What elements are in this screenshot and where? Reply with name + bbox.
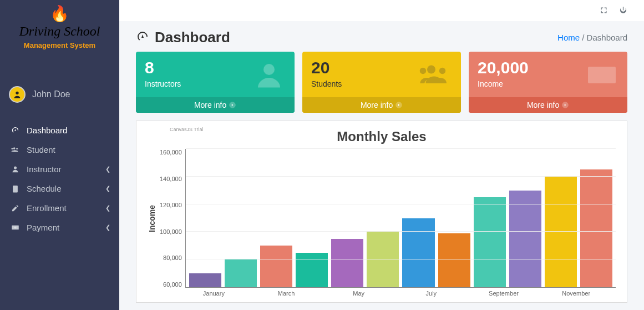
xtick: November <box>540 290 612 297</box>
gauge-icon <box>9 126 21 134</box>
arrow-right-circle-icon <box>395 101 403 109</box>
breadcrumb-home[interactable]: Home <box>557 33 580 42</box>
sidebar-item-label: Enrollment <box>27 203 67 213</box>
sidebar-item-schedule[interactable]: Schedule❮ <box>0 179 119 198</box>
bar-november[interactable] <box>545 177 577 287</box>
users-icon <box>9 146 21 154</box>
bar-july[interactable] <box>402 218 434 288</box>
bar-may[interactable] <box>331 239 363 287</box>
ytick: 60,000 <box>160 281 182 288</box>
logo-image: 🔥 <box>50 4 69 23</box>
gauge-icon <box>136 30 149 46</box>
chart-plot <box>185 149 616 288</box>
power-button[interactable] <box>619 6 627 16</box>
xtick: July <box>395 290 468 297</box>
xtick: September <box>468 290 540 297</box>
sidebar-item-dashboard[interactable]: Dashboard <box>0 121 119 140</box>
svg-point-6 <box>14 227 16 229</box>
svg-point-3 <box>11 148 13 149</box>
page-header: Dashboard Home / Dashboard <box>119 21 644 52</box>
more-info-button[interactable]: More info <box>302 97 461 113</box>
brand-subtitle: Management System <box>6 41 114 49</box>
svg-point-9 <box>427 66 435 74</box>
brand-logo: 🔥 Driving School Management System <box>0 0 119 56</box>
breadcrumb: Home / Dashboard <box>557 33 627 42</box>
xtick: March <box>250 290 323 297</box>
more-info-button[interactable]: More info <box>469 97 627 113</box>
chevron-left-icon: ❮ <box>105 204 110 212</box>
nav-menu: DashboardStudentInstructor❮Schedule❮Enro… <box>0 121 119 237</box>
stat-card-instructors: 8InstructorsMore info <box>136 52 295 113</box>
breadcrumb-current: Dashboard <box>587 33 627 42</box>
svg-point-14 <box>598 71 606 79</box>
chevron-left-icon: ❮ <box>105 166 110 173</box>
xtick: May <box>322 290 395 297</box>
sidebar-item-enrollment[interactable]: Enrollment❮ <box>0 198 119 218</box>
svg-point-1 <box>13 147 15 149</box>
arrow-right-circle-icon <box>229 101 236 109</box>
sidebar-item-student[interactable]: Student <box>0 140 119 159</box>
user-panel[interactable]: John Doe <box>0 78 119 111</box>
chart-ylabel: Income <box>148 149 156 288</box>
user-icon <box>9 165 21 173</box>
bar-december[interactable] <box>580 169 612 287</box>
money-icon <box>585 57 618 96</box>
user-icon <box>252 57 286 96</box>
sidebar-item-label: Payment <box>27 223 59 232</box>
svg-point-11 <box>420 68 427 74</box>
arrow-right-circle-icon <box>561 101 569 109</box>
bar-august[interactable] <box>438 233 470 287</box>
bar-april[interactable] <box>296 253 328 287</box>
svg-point-10 <box>439 68 446 74</box>
fullscreen-button[interactable] <box>600 6 608 16</box>
flame-icon: 🔥 <box>50 5 69 22</box>
stat-card-students: 20StudentsMore info <box>302 52 461 113</box>
svg-point-2 <box>16 148 18 149</box>
avatar-icon <box>13 90 22 99</box>
money-icon <box>9 223 21 232</box>
chart-area: Income 160,000140,000120,000100,00080,00… <box>148 149 616 288</box>
bar-february[interactable] <box>225 259 257 287</box>
ytick: 120,000 <box>160 202 182 208</box>
xtick: January <box>178 290 250 297</box>
page-title: Dashboard <box>136 29 230 46</box>
chart-xaxis: JanuaryMarchMayJulySeptemberNovember <box>174 288 616 297</box>
clipboard-icon <box>9 184 21 193</box>
sidebar-item-label: Instructor <box>27 164 62 174</box>
topbar <box>119 0 644 21</box>
sidebar: 🔥 Driving School Management System John … <box>0 0 119 310</box>
ytick: 160,000 <box>160 149 182 156</box>
svg-point-4 <box>14 167 17 169</box>
ytick: 100,000 <box>160 228 182 235</box>
brand-title: Driving School <box>6 24 114 39</box>
more-info-button[interactable]: More info <box>136 97 295 113</box>
stat-cards: 8InstructorsMore info 20StudentsMore inf… <box>119 52 644 121</box>
svg-point-0 <box>16 92 18 94</box>
ytick: 80,000 <box>160 254 182 261</box>
chart-title: Monthly Sales <box>148 129 616 144</box>
bar-march[interactable] <box>260 246 292 287</box>
expand-icon <box>600 6 608 14</box>
chart-yaxis: 160,000140,000120,000100,00080,00060,000 <box>156 149 185 288</box>
bar-june[interactable] <box>367 232 399 287</box>
svg-point-7 <box>263 64 275 75</box>
sidebar-item-instructor[interactable]: Instructor❮ <box>0 159 119 179</box>
bar-october[interactable] <box>509 191 541 287</box>
bar-september[interactable] <box>474 197 506 287</box>
bar-january[interactable] <box>189 273 221 287</box>
main-content: Dashboard Home / Dashboard 8InstructorsM… <box>119 0 644 310</box>
pen-icon <box>9 204 21 212</box>
power-icon <box>619 6 627 14</box>
chart-panel: CanvasJS Trial Monthly Sales Income 160,… <box>136 121 627 303</box>
stat-card-income: 20,000IncomeMore info <box>469 52 627 113</box>
chevron-left-icon: ❮ <box>105 185 110 192</box>
sidebar-item-label: Student <box>27 145 55 154</box>
page-title-text: Dashboard <box>155 29 230 46</box>
user-name: John Doe <box>32 89 70 99</box>
users-icon <box>419 57 452 96</box>
sidebar-item-payment[interactable]: Payment❮ <box>0 218 119 237</box>
avatar <box>9 86 26 103</box>
sidebar-item-label: Schedule <box>27 184 62 193</box>
chevron-left-icon: ❮ <box>105 224 110 231</box>
sidebar-item-label: Dashboard <box>27 126 67 135</box>
